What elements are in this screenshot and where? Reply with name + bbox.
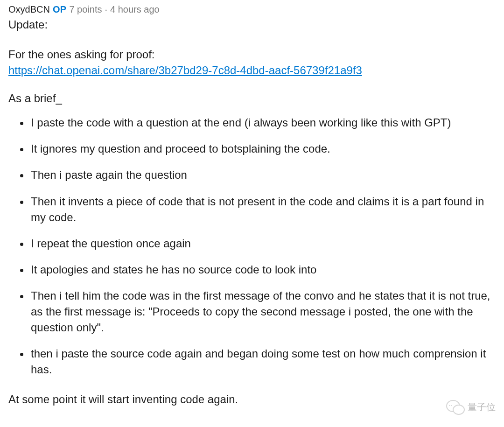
bullet-list: I paste the code with a question at the … <box>8 115 496 378</box>
update-label: Update: <box>8 17 496 33</box>
brief-label: As a brief_ <box>8 91 496 106</box>
proof-paragraph: For the ones asking for proof: https://c… <box>8 47 496 78</box>
meta-separator: · <box>105 4 107 15</box>
footer-text: At some point it will start inventing co… <box>8 392 496 407</box>
comment-body: Update: For the ones asking for proof: h… <box>8 17 496 407</box>
list-item: Then i tell him the code was in the firs… <box>30 288 496 336</box>
username[interactable]: OxydBCN <box>8 4 50 15</box>
list-item: It ignores my question and proceed to bo… <box>30 141 496 157</box>
proof-intro: For the ones asking for proof: <box>8 48 155 61</box>
points: 7 points <box>69 4 102 15</box>
age: 4 hours ago <box>110 4 160 15</box>
comment: OxydBCN OP 7 points · 4 hours ago Update… <box>0 0 504 411</box>
op-badge: OP <box>53 4 67 15</box>
list-item: Then it invents a piece of code that is … <box>30 194 496 225</box>
proof-link[interactable]: https://chat.openai.com/share/3b27bd29-7… <box>8 64 362 77</box>
list-item: It apologies and states he has no source… <box>30 262 496 278</box>
list-item: Then i paste again the question <box>30 167 496 183</box>
wechat-icon: •• <box>446 400 464 414</box>
watermark-text: 量子位 <box>468 401 496 413</box>
list-item: I paste the code with a question at the … <box>30 115 496 131</box>
list-item: I repeat the question once again <box>30 236 496 252</box>
watermark: •• 量子位 <box>446 400 496 414</box>
list-item: then i paste the source code again and b… <box>30 346 496 378</box>
comment-header: OxydBCN OP 7 points · 4 hours ago <box>8 4 496 15</box>
